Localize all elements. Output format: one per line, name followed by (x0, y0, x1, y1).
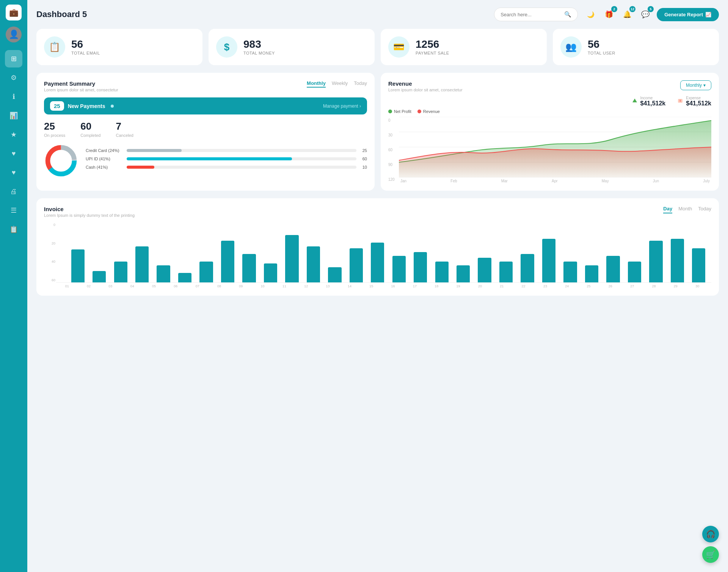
tab-weekly[interactable]: Weekly (332, 80, 348, 88)
bar (199, 262, 213, 282)
search-bar[interactable]: 🔍 (494, 8, 578, 21)
moon-icon: 🌙 (587, 11, 595, 18)
bar (371, 243, 384, 282)
payment-icon: 💳 (388, 36, 410, 58)
stat-card-payment: 💳 1256 PAYMENT SALE (381, 29, 547, 65)
chat-badge: 5 (648, 6, 654, 12)
svg-marker-4 (632, 99, 637, 102)
invoice-tab-month[interactable]: Month (678, 206, 692, 213)
stat-card-user: 👥 56 TOTAL USER (553, 29, 719, 65)
bar-col (689, 248, 708, 282)
invoice-header: Invoice Lorem Ipsum is simply dummy text… (44, 206, 711, 218)
upi-bar-fill (127, 157, 292, 160)
bar-col (197, 262, 216, 282)
payment-tabs: Monthly Weekly Today (307, 80, 367, 88)
invoice-subtitle: Lorem Ipsum is simply dummy text of the … (44, 213, 135, 218)
sidebar-item-dashboard[interactable]: ⊞ (5, 50, 22, 67)
sidebar-item-likes[interactable]: ♥ (5, 164, 22, 181)
dark-mode-toggle[interactable]: 🌙 (584, 8, 598, 21)
bar-x-label: 03 (100, 284, 121, 288)
bar-x-label: 21 (491, 284, 513, 288)
revenue-subtitle: Lorem ipsum dolor sit amet, consectetur (388, 88, 463, 92)
search-input[interactable] (500, 12, 561, 17)
email-label: TOTAL EMAIL (71, 51, 100, 55)
user-value: 56 (588, 39, 615, 50)
bar-x-label: 25 (578, 284, 599, 288)
invoice-tab-today[interactable]: Today (698, 206, 711, 213)
middle-row: Payment Summary Lorem ipsum dolor sit am… (36, 73, 719, 191)
sidebar-item-star[interactable]: ★ (5, 126, 22, 143)
progress-list: Credit Card (24%) 25 UPI ID (41%) 60 (86, 148, 367, 173)
bar-col (89, 271, 108, 282)
bar (392, 256, 406, 282)
gift-button[interactable]: 🎁 2 (602, 8, 616, 21)
revenue-dot (417, 110, 421, 113)
invoice-tab-day[interactable]: Day (663, 206, 672, 213)
bar-col (561, 262, 580, 282)
progress-item-upi: UPI ID (41%) 60 (86, 157, 367, 161)
logo-icon: 💼 (9, 8, 19, 17)
bar-col (539, 239, 558, 282)
dashboard-icon: ⊞ (11, 55, 17, 63)
invoice-chart-wrap: 60 40 20 0 (44, 222, 711, 283)
bar-x-label: 19 (447, 284, 469, 288)
bell-icon: 🔔 (623, 10, 631, 19)
list-icon: ☰ (11, 206, 17, 215)
sidebar-item-info[interactable]: ℹ (5, 88, 22, 105)
income-icon (631, 97, 638, 106)
bar-col (368, 243, 387, 282)
stat-email-info: 56 TOTAL EMAIL (71, 39, 100, 56)
support-fab[interactable]: 🎧 (702, 526, 719, 542)
bar (692, 248, 705, 282)
expense-details: Expense $41,512k (686, 96, 711, 107)
bar (628, 262, 641, 282)
bar-x-labels: 0102030405060708091011121314151617181920… (44, 284, 711, 288)
bar-chart-area (56, 222, 711, 283)
sidebar-item-settings[interactable]: ⚙ (5, 69, 22, 86)
donut-svg (44, 144, 78, 178)
cart-icon: 🛒 (706, 550, 715, 559)
chart-legend: Net Profit Revenue (388, 109, 711, 114)
sidebar-item-favorites[interactable]: ♥ (5, 145, 22, 162)
bar-col (668, 239, 687, 282)
bar-x-label: 01 (56, 284, 78, 288)
manage-payment-link[interactable]: Manage payment › (323, 103, 361, 109)
bar-col (604, 256, 623, 282)
sidebar-item-doc[interactable]: 📋 (5, 221, 22, 238)
bar-col (389, 256, 408, 282)
credit-bar-wrap (127, 149, 356, 152)
sidebar-item-print[interactable]: 🖨 (5, 183, 22, 200)
sidebar: 💼 👤 ⊞ ⚙ ℹ 📊 ★ ♥ ♥ 🖨 ☰ 📋 (0, 0, 27, 572)
avatar[interactable]: 👤 (6, 27, 22, 42)
chat-button[interactable]: 💬 5 (639, 8, 652, 21)
bar-col (261, 263, 280, 282)
expense-item: $ Expense $41,512k (677, 96, 711, 107)
sidebar-item-analytics[interactable]: 📊 (5, 107, 22, 124)
tab-today[interactable]: Today (354, 80, 367, 88)
money-label: TOTAL MONEY (243, 51, 275, 55)
generate-report-button[interactable]: Generate Report 📈 (657, 8, 719, 21)
revenue-monthly-button[interactable]: Monthly ▾ (680, 80, 711, 90)
stat-payment-info: 1256 PAYMENT SALE (416, 39, 449, 56)
user-icon: 👥 (560, 36, 582, 58)
bar (157, 265, 170, 282)
sidebar-item-list[interactable]: ☰ (5, 202, 22, 219)
invoice-tabs: Day Month Today (663, 206, 711, 213)
tab-monthly[interactable]: Monthly (307, 80, 326, 88)
bar (435, 262, 449, 282)
revenue-panel: Revenue Lorem ipsum dolor sit amet, cons… (381, 73, 719, 191)
invoice-panel: Invoice Lorem Ipsum is simply dummy text… (36, 198, 719, 296)
bar-col (68, 249, 87, 283)
notification-button[interactable]: 🔔 12 (620, 8, 634, 21)
bar (93, 271, 106, 282)
stat-user-info: 56 TOTAL USER (588, 39, 615, 56)
net-profit-label: Net Profit (394, 109, 411, 114)
cart-fab[interactable]: 🛒 (702, 546, 719, 563)
money-value: 983 (243, 39, 275, 50)
bar-col (453, 265, 472, 282)
sidebar-logo[interactable]: 💼 (6, 5, 22, 20)
bar-col (347, 248, 366, 282)
search-icon[interactable]: 🔍 (564, 11, 571, 18)
bar (585, 265, 598, 282)
bar-x-label: 29 (665, 284, 686, 288)
